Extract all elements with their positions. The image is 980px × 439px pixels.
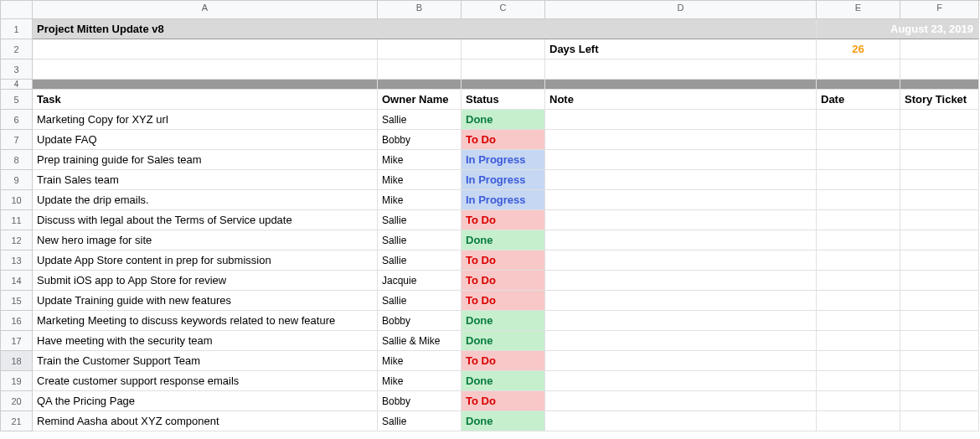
note-cell[interactable]	[545, 331, 817, 351]
project-date-cell[interactable]: August 23, 2019	[817, 19, 979, 39]
note-cell[interactable]	[545, 250, 817, 271]
task-cell[interactable]: Marketing Copy for XYZ url	[33, 110, 378, 130]
status-cell[interactable]: To Do	[462, 291, 545, 311]
date-cell[interactable]	[817, 351, 900, 371]
ticket-cell[interactable]	[900, 170, 979, 190]
ticket-cell[interactable]	[900, 411, 979, 431]
note-cell[interactable]	[545, 130, 817, 150]
col-header-a[interactable]: A	[33, 1, 378, 19]
row-header-7[interactable]: 7	[1, 130, 33, 150]
header-owner[interactable]: Owner Name	[378, 90, 462, 110]
col-header-f[interactable]: F	[900, 1, 979, 19]
ticket-cell[interactable]	[900, 391, 979, 411]
days-left-label-cell[interactable]: Days Left	[545, 39, 817, 59]
task-cell[interactable]: Discuss with legal about the Terms of Se…	[33, 210, 378, 230]
separator-cell[interactable]	[545, 80, 817, 90]
status-cell[interactable]: In Progress	[462, 150, 545, 170]
owner-cell[interactable]: Mike	[378, 190, 462, 210]
owner-cell[interactable]: Bobby	[378, 391, 462, 411]
owner-cell[interactable]: Mike	[378, 170, 462, 190]
row-header-18[interactable]: 18	[1, 351, 33, 371]
note-cell[interactable]	[545, 371, 817, 391]
date-cell[interactable]	[817, 291, 900, 311]
task-cell[interactable]: Update FAQ	[33, 130, 378, 150]
note-cell[interactable]	[545, 311, 817, 331]
status-cell[interactable]: Done	[462, 371, 545, 391]
project-title-cell[interactable]: Project Mitten Update v8	[33, 19, 817, 39]
cell-c2[interactable]	[462, 39, 545, 59]
owner-cell[interactable]: Sallie	[378, 250, 462, 271]
ticket-cell[interactable]	[900, 230, 979, 250]
task-cell[interactable]: Prep training guide for Sales team	[33, 150, 378, 170]
ticket-cell[interactable]	[900, 250, 979, 271]
days-left-value-cell[interactable]: 26	[817, 39, 900, 59]
status-cell[interactable]: To Do	[462, 391, 545, 411]
date-cell[interactable]	[817, 170, 900, 190]
date-cell[interactable]	[817, 250, 900, 271]
row-header-12[interactable]: 12	[1, 230, 33, 250]
owner-cell[interactable]: Sallie	[378, 110, 462, 130]
status-cell[interactable]: Done	[462, 411, 545, 431]
row-header-10[interactable]: 10	[1, 190, 33, 210]
note-cell[interactable]	[545, 150, 817, 170]
task-cell[interactable]: Have meeting with the security team	[33, 331, 378, 351]
status-cell[interactable]: In Progress	[462, 190, 545, 210]
status-cell[interactable]: Done	[462, 331, 545, 351]
col-header-d[interactable]: D	[545, 1, 817, 19]
date-cell[interactable]	[817, 230, 900, 250]
owner-cell[interactable]: Sallie	[378, 411, 462, 431]
row-header-20[interactable]: 20	[1, 391, 33, 411]
owner-cell[interactable]: Bobby	[378, 311, 462, 331]
col-header-e[interactable]: E	[817, 1, 900, 19]
row-header-13[interactable]: 13	[1, 250, 33, 271]
note-cell[interactable]	[545, 291, 817, 311]
note-cell[interactable]	[545, 271, 817, 291]
date-cell[interactable]	[817, 391, 900, 411]
cell-a2[interactable]	[33, 39, 378, 59]
header-note[interactable]: Note	[545, 90, 817, 110]
date-cell[interactable]	[817, 190, 900, 210]
ticket-cell[interactable]	[900, 110, 979, 130]
cell-b2[interactable]	[378, 39, 462, 59]
date-cell[interactable]	[817, 110, 900, 130]
header-task[interactable]: Task	[33, 90, 378, 110]
separator-cell[interactable]	[817, 80, 900, 90]
date-cell[interactable]	[817, 150, 900, 170]
note-cell[interactable]	[545, 210, 817, 230]
row-header-6[interactable]: 6	[1, 110, 33, 130]
row-header-3[interactable]: 3	[1, 59, 33, 80]
ticket-cell[interactable]	[900, 150, 979, 170]
status-cell[interactable]: Done	[462, 311, 545, 331]
separator-cell[interactable]	[33, 80, 378, 90]
owner-cell[interactable]: Sallie & Mike	[378, 331, 462, 351]
ticket-cell[interactable]	[900, 271, 979, 291]
ticket-cell[interactable]	[900, 130, 979, 150]
date-cell[interactable]	[817, 411, 900, 431]
status-cell[interactable]: To Do	[462, 130, 545, 150]
note-cell[interactable]	[545, 351, 817, 371]
header-ticket[interactable]: Story Ticket	[900, 90, 979, 110]
task-cell[interactable]: Marketing Meeting to discuss keywords re…	[33, 311, 378, 331]
date-cell[interactable]	[817, 311, 900, 331]
status-cell[interactable]: In Progress	[462, 170, 545, 190]
task-cell[interactable]: Train Sales team	[33, 170, 378, 190]
row-header-5[interactable]: 5	[1, 90, 33, 110]
separator-cell[interactable]	[462, 80, 545, 90]
note-cell[interactable]	[545, 110, 817, 130]
task-cell[interactable]: Train the Customer Support Team	[33, 351, 378, 371]
ticket-cell[interactable]	[900, 190, 979, 210]
row-header-14[interactable]: 14	[1, 271, 33, 291]
status-cell[interactable]: Done	[462, 110, 545, 130]
task-cell[interactable]: Create customer support response emails	[33, 371, 378, 391]
ticket-cell[interactable]	[900, 351, 979, 371]
header-date[interactable]: Date	[817, 90, 900, 110]
date-cell[interactable]	[817, 331, 900, 351]
separator-cell[interactable]	[378, 80, 462, 90]
col-header-c[interactable]: C	[462, 1, 545, 19]
status-cell[interactable]: To Do	[462, 210, 545, 230]
row-header-2[interactable]: 2	[1, 39, 33, 59]
separator-cell[interactable]	[900, 80, 979, 90]
row-header-1[interactable]: 1	[1, 19, 33, 39]
row-header-19[interactable]: 19	[1, 371, 33, 391]
cell-c3[interactable]	[462, 59, 545, 80]
